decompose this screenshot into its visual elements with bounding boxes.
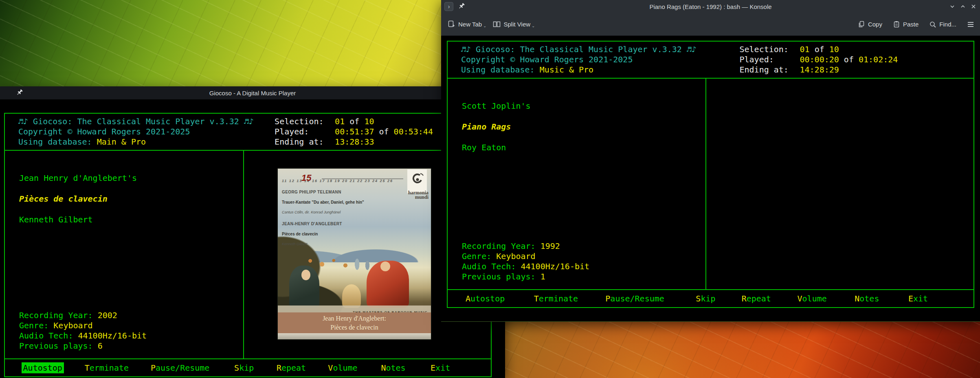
work-title: Piano Rags xyxy=(462,122,531,132)
album-credits: GEORG PHILIPP TELEMANN Trauer-Kantate "D… xyxy=(282,186,376,251)
detail-row: Audio Tech: 44100Hz/16-bit xyxy=(462,262,589,272)
menu-item-exit[interactable]: Exit xyxy=(908,294,928,304)
menu-item-pause-resume[interactable]: Pause/Resume xyxy=(605,294,664,304)
status-block: Selection:01 of 10 Played:00:51:37 of 00… xyxy=(275,116,433,147)
giocoso-main: Scott Joplin's Piano Rags Roy Eaton Reco… xyxy=(448,79,973,289)
giocoso-frame: ♬♪ Giocoso: The Classical Music Player v… xyxy=(4,113,492,377)
current-track-number: 15 xyxy=(301,173,311,183)
panel-divider xyxy=(243,151,244,358)
copy-button[interactable]: Copy xyxy=(858,21,882,28)
menu-item-repeat[interactable]: Repeat xyxy=(742,294,771,304)
giocoso-menu: AutostopTerminatePause/ResumeSkipRepeatV… xyxy=(448,289,973,307)
menu-item-notes[interactable]: Notes xyxy=(855,294,879,304)
giocoso-menu: AutostopTerminatePause/ResumeSkipRepeatV… xyxy=(5,358,491,376)
menu-item-terminate[interactable]: Terminate xyxy=(85,363,129,373)
konsole-window: › Piano Rags (Eaton - 1992) : bash — Kon… xyxy=(441,0,980,322)
ending-row: Ending at:14:28:29 xyxy=(740,65,898,75)
album-caption: Jean Henry d'Anglebert: Pièces de clavec… xyxy=(278,312,431,333)
album-bottom-edge xyxy=(278,333,431,339)
recording-details: Recording Year: 2002 Genre: Keyboard Aud… xyxy=(19,310,147,351)
hamburger-menu-icon[interactable] xyxy=(967,21,974,28)
giocoso-frame: ♬♪ Giocoso: The Classical Music Player v… xyxy=(447,41,974,308)
paste-icon xyxy=(893,21,900,28)
new-tab-icon xyxy=(448,20,455,28)
composer: Scott Joplin's xyxy=(462,101,531,111)
menu-item-autostop[interactable]: Autostop xyxy=(466,294,505,304)
ending-row: Ending at:13:28:33 xyxy=(275,137,433,147)
panel-divider xyxy=(705,79,706,289)
window-title: Giocoso - A Digital Music Player xyxy=(0,90,505,97)
detail-row: Genre: Keyboard xyxy=(462,251,589,262)
giocoso-main: Jean Henry d'Anglebert's Pièces de clave… xyxy=(5,151,491,358)
detail-row: Genre: Keyboard xyxy=(19,321,147,331)
giocoso-window: Giocoso - A Digital Music Player ♬♪ Gioc… xyxy=(0,86,505,378)
right-terminal: ♬♪ Giocoso: The Classical Music Player v… xyxy=(441,36,980,321)
performer: Kenneth Gilbert xyxy=(19,215,137,225)
menu-item-pause-resume[interactable]: Pause/Resume xyxy=(151,363,210,373)
detail-row: Recording Year: 1992 xyxy=(462,241,589,251)
paste-button[interactable]: Paste xyxy=(893,21,918,28)
split-view-button[interactable]: Split View⌄ xyxy=(493,20,535,28)
selection-row: Selection:01 of 10 xyxy=(740,44,898,55)
konsole-toolbar: New Tab⌄ Split View⌄ Copy Paste Find... xyxy=(441,13,980,36)
work-title: Pièces de clavecin xyxy=(19,194,137,204)
maximize-button[interactable] xyxy=(960,3,966,10)
detail-row: Recording Year: 2002 xyxy=(19,310,147,321)
database-value: Main & Pro xyxy=(97,137,146,147)
left-terminal: ♬♪ Giocoso: The Classical Music Player v… xyxy=(0,99,505,378)
split-view-icon xyxy=(493,20,501,28)
detail-row: Previous plays: 1 xyxy=(462,272,589,282)
detail-row: Audio Tech: 44100Hz/16-bit xyxy=(19,331,147,341)
menu-item-exit[interactable]: Exit xyxy=(431,363,450,373)
right-titlebar[interactable]: › Piano Rags (Eaton - 1992) : bash — Kon… xyxy=(441,0,980,13)
menu-item-skip[interactable]: Skip xyxy=(696,294,715,304)
played-row: Played:00:00:20 of 01:02:24 xyxy=(740,55,898,65)
recording-details: Recording Year: 1992 Genre: Keyboard Aud… xyxy=(462,241,589,282)
menu-item-repeat[interactable]: Repeat xyxy=(277,363,306,373)
album-series-title: THE MASTERS OF BAROQUE MUSIC xyxy=(278,305,431,312)
copy-icon xyxy=(858,21,865,28)
database-value: Music & Pro xyxy=(540,65,593,75)
left-titlebar[interactable]: Giocoso - A Digital Music Player xyxy=(0,86,505,99)
minimize-button[interactable] xyxy=(949,3,956,10)
giocoso-header: ♬♪ Giocoso: The Classical Music Player v… xyxy=(5,114,491,151)
selection-row: Selection:01 of 10 xyxy=(275,116,433,127)
now-playing-block: Jean Henry d'Anglebert's Pièces de clave… xyxy=(19,173,137,225)
composer: Jean Henry d'Anglebert's xyxy=(19,173,137,183)
chevron-down-icon: ⌄ xyxy=(532,24,535,28)
detail-row: Previous plays: 6 xyxy=(19,341,147,351)
find-button[interactable]: Find... xyxy=(929,21,956,28)
performer: Roy Eaton xyxy=(462,143,531,153)
menu-item-volume[interactable]: Volume xyxy=(798,294,827,304)
album-art: 11 12 13 14 15 16 17 18 19 20 21 22 23 2… xyxy=(278,169,431,339)
window-title: Piano Rags (Eaton - 1992) : bash — Konso… xyxy=(441,3,980,10)
album-painting-figures xyxy=(278,263,431,308)
menu-item-skip[interactable]: Skip xyxy=(234,363,254,373)
now-playing-block: Scott Joplin's Piano Rags Roy Eaton xyxy=(462,101,531,153)
close-button[interactable] xyxy=(970,3,977,10)
menu-item-terminate[interactable]: Terminate xyxy=(534,294,578,304)
record-label-name: harmonia mundi xyxy=(396,191,428,200)
status-block: Selection:01 of 10 Played:00:00:20 of 01… xyxy=(740,44,898,75)
chevron-down-icon: ⌄ xyxy=(483,24,486,28)
played-row: Played:00:51:37 of 00:53:44 xyxy=(275,127,433,137)
menu-item-volume[interactable]: Volume xyxy=(328,363,357,373)
menu-item-notes[interactable]: Notes xyxy=(381,363,405,373)
new-tab-button[interactable]: New Tab⌄ xyxy=(448,20,486,28)
search-icon xyxy=(929,21,936,28)
giocoso-header: ♬♪ Giocoso: The Classical Music Player v… xyxy=(448,42,973,79)
menu-item-autostop[interactable]: Autostop xyxy=(22,363,64,374)
